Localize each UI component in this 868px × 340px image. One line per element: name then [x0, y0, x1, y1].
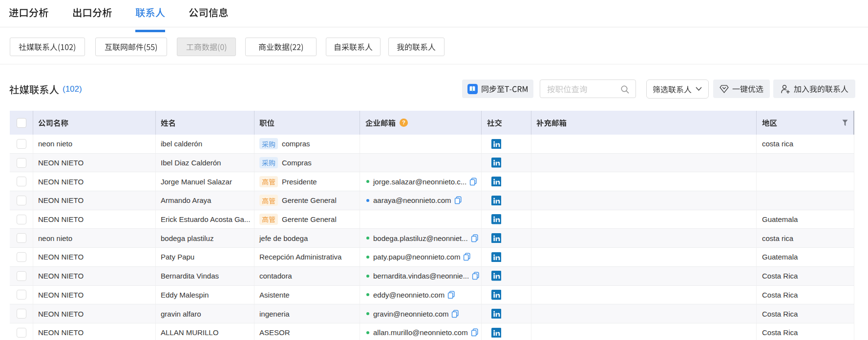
svg-text:?: ?: [402, 120, 405, 125]
